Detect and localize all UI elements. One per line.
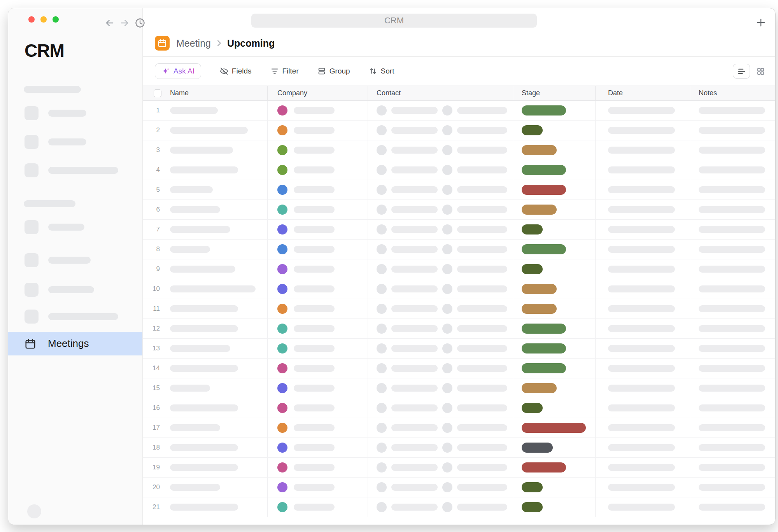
contact-cell [368,339,513,358]
notes-cell [690,359,775,378]
company-skeleton [294,444,335,451]
history-button[interactable] [135,18,145,28]
date-cell [596,200,690,219]
table-row[interactable]: 15 [143,378,775,398]
date-cell [596,398,690,418]
date-cell [596,339,690,358]
date-skeleton [608,285,675,292]
table-row[interactable]: 18 [143,438,775,458]
table-row[interactable]: 11 [143,299,775,319]
company-cell [268,101,368,120]
table-row[interactable]: 8 [143,240,775,259]
contact-avatar [442,145,452,155]
header-date-label: Date [608,89,623,97]
date-skeleton [608,147,675,154]
filter-button[interactable]: Filter [270,67,299,75]
header-stage-label: Stage [522,89,540,97]
contact-cell [368,319,513,338]
contact-avatar [377,324,387,334]
name-skeleton [170,345,230,352]
row-number: 8 [143,245,160,253]
sidebar-item-label: Meetings [48,338,89,350]
table-row[interactable]: 7 [143,220,775,240]
contact-skeleton [391,107,438,114]
table-row[interactable]: 13 [143,339,775,359]
table-row[interactable]: 9 [143,259,775,279]
contact-cell [368,458,513,477]
stage-cell [513,458,596,477]
header-notes-label: Notes [699,89,717,97]
notes-cell [690,101,775,120]
header-notes[interactable]: Notes [690,86,775,100]
table-row[interactable]: 10 [143,279,775,299]
group-button[interactable]: Group [317,67,350,75]
company-avatar [277,363,287,373]
contact-avatar [442,443,452,453]
table-row[interactable]: 4 [143,160,775,180]
table-row[interactable]: 19 [143,458,775,478]
sidebar-item-skeleton [48,167,118,174]
company-avatar [277,145,287,155]
breadcrumb-section[interactable]: Meeting [176,38,211,49]
company-cell [268,160,368,180]
table-row[interactable]: 16 [143,398,775,418]
back-button[interactable] [104,18,115,28]
chevron-right-icon [215,39,223,47]
forward-button[interactable] [119,18,130,28]
table-row[interactable]: 12 [143,319,775,339]
stage-cell [513,140,596,160]
table-row[interactable]: 6 [143,200,775,220]
contact-cell [368,160,513,180]
user-avatar-skeleton[interactable] [27,504,41,518]
minimize-button[interactable] [40,16,47,23]
notes-skeleton [699,166,765,173]
header-contact[interactable]: Contact [368,86,513,100]
sort-button[interactable]: Sort [369,67,394,75]
stage-cell [513,438,596,457]
contact-cell [368,279,513,299]
ask-ai-button[interactable]: Ask AI [155,63,201,79]
header-company[interactable]: Company [268,86,368,100]
company-avatar [277,264,287,274]
zoom-button[interactable] [53,16,59,23]
notes-skeleton [699,246,765,253]
company-cell [268,240,368,259]
header-stage[interactable]: Stage [513,86,596,100]
contact-cell [368,121,513,140]
notes-skeleton [699,424,765,431]
date-skeleton [608,266,675,273]
company-skeleton [294,127,335,134]
grid-view-button[interactable] [752,64,769,79]
stage-badge [522,284,557,294]
table-row[interactable]: 2 [143,121,775,140]
window-title[interactable]: CRM [251,14,537,28]
contact-avatar [442,363,452,373]
name-cell: 3 [143,140,268,160]
contact-skeleton [457,107,507,114]
new-tab-button[interactable] [755,17,767,28]
list-view-button[interactable] [733,64,750,79]
select-all-checkbox[interactable] [154,89,161,97]
contact-skeleton [457,385,507,392]
fields-button[interactable]: Fields [220,67,252,75]
company-cell [268,458,368,477]
table-row[interactable]: 14 [143,359,775,378]
contact-skeleton [391,365,438,372]
header-date[interactable]: Date [596,86,690,100]
name-skeleton [170,107,218,114]
table-row[interactable]: 3 [143,140,775,160]
table-row[interactable]: 5 [143,180,775,200]
table-row[interactable]: 21 [143,497,775,517]
header-name[interactable]: Name [143,86,268,100]
company-cell [268,497,368,517]
close-button[interactable] [28,16,35,23]
name-cell: 1 [143,101,268,120]
company-avatar [277,403,287,413]
row-number: 11 [143,305,160,313]
sidebar-item-skeleton [48,286,94,293]
contact-avatar [442,462,452,472]
table-row[interactable]: 17 [143,418,775,438]
table-row[interactable]: 20 [143,478,775,497]
sidebar-item-meetings[interactable]: Meetings [8,332,142,355]
table-row[interactable]: 1 [143,101,775,121]
